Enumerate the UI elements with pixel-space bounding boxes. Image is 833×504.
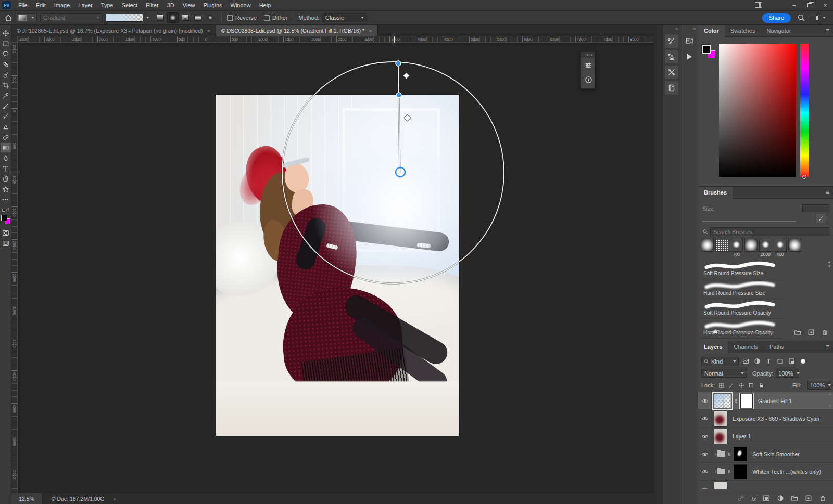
new-brush-icon[interactable] xyxy=(807,329,815,336)
linear-gradient-button[interactable] xyxy=(155,12,166,23)
layer-filter-toggle[interactable] xyxy=(801,359,805,364)
layer-row-gradient-fill[interactable]: 8 Gradient Fill 1 xyxy=(698,392,833,410)
mask-link-icon[interactable]: 8 xyxy=(728,451,730,457)
mask-link-icon[interactable]: 8 xyxy=(735,398,737,404)
panel-close-icon[interactable]: × xyxy=(590,53,593,57)
layer-style-fx-icon[interactable]: fx xyxy=(751,496,756,502)
diamond-gradient-button[interactable] xyxy=(205,12,216,23)
menu-item[interactable]: Select xyxy=(118,0,142,10)
layer-row-exposure[interactable]: Exposure X3 - 669 - Shadows Cyan xyxy=(698,410,833,428)
widget-adjustments-button[interactable] xyxy=(581,58,596,72)
workspace-switcher[interactable] xyxy=(812,15,826,21)
tool-preset-picker[interactable] xyxy=(16,13,37,22)
menu-item[interactable]: View xyxy=(179,0,199,10)
document-tab-active[interactable]: © DSC02808-Edit.psd @ 12.5% (Gradient Fi… xyxy=(216,25,378,36)
foreground-color-swatch[interactable] xyxy=(702,45,711,54)
tab-layers[interactable]: Layers xyxy=(698,341,728,353)
restore-button[interactable] xyxy=(802,0,817,10)
angle-gradient-button[interactable] xyxy=(180,12,191,23)
add-mask-icon[interactable] xyxy=(763,495,770,503)
brush-thumb[interactable]: 2000 xyxy=(759,239,773,257)
gradient-preset-combo[interactable]: Gradient xyxy=(40,13,103,22)
document-tab-inactive[interactable]: © JP102865-Edit.psd @ 16.7% (Exposure X3… xyxy=(11,25,216,36)
menu-item[interactable]: Help xyxy=(255,0,275,10)
share-button[interactable]: Share xyxy=(762,13,791,23)
mask-link-icon[interactable]: 8 xyxy=(728,469,730,474)
dither-checkbox[interactable]: Dither xyxy=(264,15,287,21)
visibility-eye-icon[interactable] xyxy=(698,392,712,409)
pen-tool[interactable] xyxy=(1,174,11,184)
brush-preset-item[interactable]: Soft Round Pressure Size xyxy=(700,260,784,279)
radial-gradient-button[interactable] xyxy=(167,12,179,23)
brush-thumb[interactable] xyxy=(788,239,802,257)
link-layers-icon[interactable] xyxy=(737,495,744,503)
tab-navigator[interactable]: Navigator xyxy=(761,25,797,37)
group-expand-icon[interactable]: › xyxy=(715,469,716,474)
crop-tool[interactable] xyxy=(1,80,11,90)
swap-colors-icon[interactable]: ⇄ xyxy=(2,207,9,213)
layer-row-whiten-teeth[interactable]: › 8 Whiten Teeth ...(whites only) xyxy=(698,463,833,481)
filter-adjustment-layers-icon[interactable] xyxy=(754,358,761,365)
history-brush-tool[interactable] xyxy=(1,111,11,121)
edit-toolbar-ellipsis[interactable]: ••• xyxy=(1,195,11,204)
lasso-tool[interactable] xyxy=(1,49,11,59)
visibility-eye-icon[interactable] xyxy=(698,463,712,480)
search-icon[interactable] xyxy=(797,14,805,22)
home-icon[interactable] xyxy=(4,14,12,21)
menu-item[interactable]: File xyxy=(14,0,32,10)
clone-source-panel-icon[interactable] xyxy=(665,50,678,63)
minimize-button[interactable]: − xyxy=(786,0,802,10)
brush-thumb[interactable] xyxy=(744,239,758,257)
screen-mode-button[interactable] xyxy=(1,238,11,248)
menu-item[interactable]: Plugins xyxy=(199,0,226,10)
visibility-eye-icon[interactable] xyxy=(698,445,712,462)
reflected-gradient-button[interactable] xyxy=(192,12,204,23)
ruler-left[interactable]: 1000500050010001500200025003000350040004… xyxy=(11,43,18,493)
method-dropdown[interactable]: Classic xyxy=(322,13,367,22)
layer-thumbnail[interactable] xyxy=(714,482,727,489)
ruler-top[interactable]: 3500300025002000150010005000500100015002… xyxy=(18,36,654,43)
opacity-value-dropdown[interactable]: 100% xyxy=(776,369,799,378)
document-image[interactable] xyxy=(216,95,459,436)
new-group-icon[interactable] xyxy=(794,329,801,336)
reverse-checkbox[interactable]: Reverse xyxy=(227,15,257,21)
brush-thumb[interactable] xyxy=(715,239,729,257)
libraries-panel-icon[interactable] xyxy=(665,81,678,95)
gradient-fill-thumbnail[interactable] xyxy=(714,394,731,408)
panel-menu-icon[interactable]: ≡ xyxy=(826,343,829,351)
layer-row-partial[interactable] xyxy=(698,481,833,489)
menu-item[interactable]: Filter xyxy=(142,0,162,10)
lock-transparency-icon[interactable] xyxy=(718,382,725,389)
tool-presets-panel-icon[interactable] xyxy=(665,66,678,79)
search-brushes-input[interactable] xyxy=(710,227,829,236)
gradient-tool[interactable] xyxy=(1,143,11,152)
gradient-preview[interactable] xyxy=(106,14,143,22)
layer-mask-thumbnail[interactable] xyxy=(740,394,753,408)
ruler-corner[interactable] xyxy=(11,36,18,43)
filter-type-layers-icon[interactable] xyxy=(765,358,772,365)
clone-stamp-tool[interactable] xyxy=(1,122,11,132)
brush-preset-item[interactable]: Soft Round Pressure Opacity xyxy=(700,299,784,319)
eraser-tool[interactable] xyxy=(1,132,11,142)
lock-artboard-icon[interactable] xyxy=(748,382,754,389)
lock-position-icon[interactable] xyxy=(738,382,744,389)
lock-all-icon[interactable] xyxy=(758,382,764,389)
brush-settings-toggle-button[interactable] xyxy=(816,214,826,223)
delete-brush-icon[interactable] xyxy=(821,329,828,336)
close-button[interactable]: × xyxy=(817,0,833,10)
canvas-area[interactable]: » × xyxy=(18,43,654,493)
brush-thumb[interactable]: 700 xyxy=(729,239,743,257)
new-layer-icon[interactable] xyxy=(805,495,812,503)
color-panel-swatches[interactable] xyxy=(702,45,715,58)
foreground-color-swatch[interactable] xyxy=(1,215,7,221)
brush-thumb[interactable]: 400 xyxy=(773,239,787,257)
type-tool[interactable] xyxy=(1,163,11,173)
eyedropper-tool[interactable] xyxy=(1,91,11,100)
menu-item[interactable]: Edit xyxy=(32,0,50,10)
panel-menu-icon[interactable]: ≡ xyxy=(826,27,829,34)
brush-size-slider[interactable] xyxy=(702,221,796,222)
lock-pixels-icon[interactable] xyxy=(728,382,735,389)
zoom-level-field[interactable]: 12.5% xyxy=(11,493,42,504)
filter-shape-layers-icon[interactable] xyxy=(777,358,784,365)
brush-settings-panel-icon[interactable] xyxy=(665,34,678,48)
